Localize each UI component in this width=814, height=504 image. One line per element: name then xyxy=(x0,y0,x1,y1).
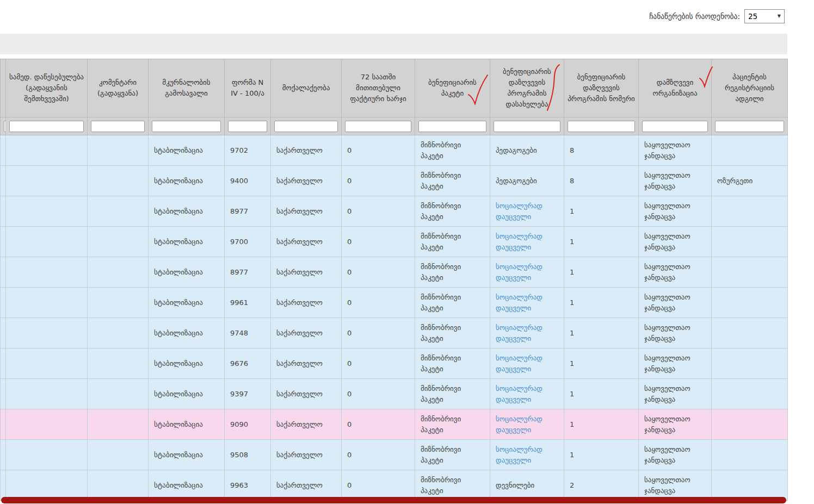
cell-medical-institution xyxy=(6,318,88,349)
cell-form-n-iv: 9748 xyxy=(225,318,271,349)
table-row[interactable]: სტაბილიზაცია9400საქართველო0მიზნობრივი პა… xyxy=(1,166,788,196)
cell-actual-expense-72h: 0 xyxy=(342,227,415,257)
records-per-page-value: 25 xyxy=(748,12,757,21)
cell-insurance-program-number: 1 xyxy=(564,349,639,379)
column-header-beneficiary-package[interactable]: ბენეფიციარის პაკეტი xyxy=(415,59,490,117)
filter-input-insurer-organization[interactable] xyxy=(642,121,708,132)
table-row[interactable]: სტაბილიზაცია9090საქართველო0მიზნობრივი პა… xyxy=(1,409,788,440)
cell-insurance-program-name[interactable]: სოციალურად დაუცველი xyxy=(490,349,564,379)
cell-comment-transfer xyxy=(88,318,149,349)
table-row[interactable]: სტაბილიზაცია9700საქართველო0მიზნობრივი პა… xyxy=(1,227,788,257)
cell-prev-column-sliver xyxy=(1,470,6,501)
filter-input-insurance-program-number[interactable] xyxy=(568,121,635,132)
column-header-form-n-iv[interactable]: ფორმა N IV - 100/ა xyxy=(225,59,271,117)
cell-treatment-outcome: სტაბილიზაცია xyxy=(149,257,225,288)
table-row[interactable]: სტაბილიზაცია9748საქართველო0მიზნობრივი პა… xyxy=(1,318,788,349)
filter-input-citizenship[interactable] xyxy=(274,121,338,132)
filter-input-beneficiary-package[interactable] xyxy=(418,121,486,132)
cell-citizenship: საქართველო xyxy=(271,166,342,196)
column-header-comment-transfer[interactable]: კომენტარი (გადაყვანა) xyxy=(88,59,149,117)
cell-beneficiary-package: მიზნობრივი პაკეტი xyxy=(415,379,490,409)
cell-insurance-program-name[interactable]: სოციალურად დაუცველი xyxy=(490,409,564,440)
cell-medical-institution xyxy=(6,440,88,470)
filter-cell-medical-institution xyxy=(6,117,88,135)
column-header-medical-institution[interactable]: სამედ. დაწესებულება (გადაყვანის შემთხვევ… xyxy=(6,59,88,117)
table-filter-row xyxy=(1,117,788,135)
cell-medical-institution xyxy=(6,349,88,379)
cell-patient-registration-place xyxy=(712,288,788,318)
cell-insurer-organization: საყოველთაო ჯანდაცვა xyxy=(639,227,712,257)
cell-citizenship: საქართველო xyxy=(271,318,342,349)
column-header-patient-registration-place[interactable]: პაციენტის რეგისტრაციის ადგილი xyxy=(712,59,788,117)
cell-insurance-program-number: 1 xyxy=(564,196,639,227)
filter-input-prev-column-sliver[interactable] xyxy=(4,121,6,132)
cell-insurance-program-name[interactable]: სოციალურად დაუცველი xyxy=(490,288,564,318)
cell-comment-transfer xyxy=(88,470,149,501)
cell-patient-registration-place xyxy=(712,227,788,257)
cell-insurance-program-name[interactable]: სოციალურად დაუცველი xyxy=(490,379,564,409)
cell-insurer-organization: საყოველთაო ჯანდაცვა xyxy=(639,318,712,349)
cell-prev-column-sliver xyxy=(1,409,6,440)
cell-prev-column-sliver xyxy=(1,166,6,196)
cell-prev-column-sliver xyxy=(1,440,6,470)
column-header-prev-column-sliver[interactable] xyxy=(1,59,6,117)
cell-treatment-outcome: სტაბილიზაცია xyxy=(149,318,225,349)
filter-input-insurance-program-name[interactable] xyxy=(494,121,560,132)
cell-citizenship: საქართველო xyxy=(271,257,342,288)
cell-actual-expense-72h: 0 xyxy=(342,440,415,470)
cell-insurance-program-name[interactable]: სოციალურად დაუცველი xyxy=(490,227,564,257)
cell-insurance-program-name[interactable]: სოციალურად დაუცველი xyxy=(490,196,564,227)
horizontal-scrollbar-thumb[interactable] xyxy=(1,497,786,503)
table-row[interactable]: სტაბილიზაცია9963საქართველო0მიზნობრივი პა… xyxy=(1,470,788,501)
filter-input-comment-transfer[interactable] xyxy=(91,121,145,132)
filter-input-patient-registration-place[interactable] xyxy=(715,121,784,132)
cell-insurance-program-name[interactable]: სოციალურად დაუცველი xyxy=(490,318,564,349)
cell-insurance-program-name[interactable]: სოციალურად დაუცველი xyxy=(490,257,564,288)
cell-insurance-program-number: 1 xyxy=(564,288,639,318)
cell-form-n-iv: 9702 xyxy=(225,135,271,166)
filter-cell-treatment-outcome xyxy=(149,117,225,135)
column-header-treatment-outcome[interactable]: მკურნალობის გამოსავალი xyxy=(149,59,225,117)
filter-input-medical-institution[interactable] xyxy=(9,121,84,132)
cell-comment-transfer xyxy=(88,135,149,166)
records-per-page-select[interactable]: 25 ▼ xyxy=(744,9,785,23)
filter-cell-insurer-organization xyxy=(639,117,712,135)
column-header-insurer-organization[interactable]: დამზღვევი ორგანიზაცია xyxy=(639,59,712,117)
cell-citizenship: საქართველო xyxy=(271,440,342,470)
cell-medical-institution xyxy=(6,470,88,501)
column-header-actual-expense-72h[interactable]: 72 საათში მითითებული ფაქტიური ხარჯი xyxy=(342,59,415,117)
cell-treatment-outcome: სტაბილიზაცია xyxy=(149,227,225,257)
cell-insurance-program-name[interactable]: სოციალურად დაუცველი xyxy=(490,440,564,470)
cell-patient-registration-place xyxy=(712,196,788,227)
cell-comment-transfer xyxy=(88,227,149,257)
cell-insurance-program-number: 1 xyxy=(564,257,639,288)
cell-beneficiary-package: მიზნობრივი პაკეტი xyxy=(415,440,490,470)
cell-citizenship: საქართველო xyxy=(271,470,342,501)
cell-form-n-iv: 9700 xyxy=(225,227,271,257)
cell-medical-institution xyxy=(6,135,88,166)
table-row[interactable]: სტაბილიზაცია9702საქართველო0მიზნობრივი პა… xyxy=(1,135,788,166)
column-header-citizenship[interactable]: მოქალაქეობა xyxy=(271,59,342,117)
cell-insurance-program-number: 8 xyxy=(564,166,639,196)
table-row[interactable]: სტაბილიზაცია9397საქართველო0მიზნობრივი პა… xyxy=(1,379,788,409)
filter-cell-prev-column-sliver xyxy=(1,117,6,135)
filter-cell-comment-transfer xyxy=(88,117,149,135)
cell-treatment-outcome: სტაბილიზაცია xyxy=(149,470,225,501)
column-header-insurance-program-name[interactable]: ბენეფიციარის დაზღვევის პროგრამის დასახელ… xyxy=(490,59,564,117)
table-row[interactable]: სტაბილიზაცია9676საქართველო0მიზნობრივი პა… xyxy=(1,349,788,379)
filter-input-actual-expense-72h[interactable] xyxy=(345,121,411,132)
filter-input-treatment-outcome[interactable] xyxy=(152,121,221,132)
cell-beneficiary-package: მიზნობრივი პაკეტი xyxy=(415,257,490,288)
table-row[interactable]: სტაბილიზაცია9508საქართველო0მიზნობრივი პა… xyxy=(1,440,788,470)
cell-medical-institution xyxy=(6,166,88,196)
table-row[interactable]: სტაბილიზაცია8977საქართველო0მიზნობრივი პა… xyxy=(1,257,788,288)
cell-insurer-organization: საყოველთაო ჯანდაცვა xyxy=(639,257,712,288)
table-row[interactable]: სტაბილიზაცია9961საქართველო0მიზნობრივი პა… xyxy=(1,288,788,318)
column-header-insurance-program-number[interactable]: ბენეფიციარის დაზღვევის პროგრამის ნომერი xyxy=(564,59,639,117)
cell-beneficiary-package: მიზნობრივი პაკეტი xyxy=(415,470,490,501)
filter-input-form-n-iv[interactable] xyxy=(228,121,267,132)
table-row[interactable]: სტაბილიზაცია8977საქართველო0მიზნობრივი პა… xyxy=(1,196,788,227)
cell-treatment-outcome: სტაბილიზაცია xyxy=(149,288,225,318)
cell-prev-column-sliver xyxy=(1,288,6,318)
top-toolbar: ჩანაწერების რაოდენობა: 25 ▼ xyxy=(0,0,814,34)
